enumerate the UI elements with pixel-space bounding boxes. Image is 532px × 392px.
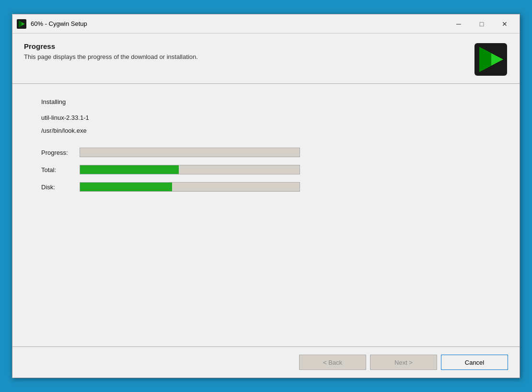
header-text: Progress This page displays the progress… [24,42,474,60]
content-area: Progress This page displays the progress… [12,34,520,378]
progress-bar-container [80,148,300,157]
footer-section: < Back Next > Cancel [12,346,520,378]
app-icon [16,19,27,29]
total-bar-fill [80,165,179,174]
close-button[interactable]: ✕ [494,17,516,31]
cancel-button[interactable]: Cancel [441,355,508,370]
next-button[interactable]: Next > [370,355,437,370]
total-row: Total: [41,165,491,174]
disk-row: Disk: [41,182,491,192]
file-path: /usr/bin/look.exe [41,127,491,134]
disk-bar-container [80,182,300,192]
package-name: util-linux-2.33.1-1 [41,114,491,121]
back-button[interactable]: < Back [299,355,366,370]
header-section: Progress This page displays the progress… [12,34,520,84]
total-bar-container [80,165,300,174]
progress-label: Progress: [41,149,80,156]
disk-label: Disk: [41,184,80,191]
main-window: 60% - Cygwin Setup ─ □ ✕ Progress This p… [12,14,520,378]
cygwin-logo [474,42,508,77]
progress-row: Progress: [41,148,491,157]
installing-label: Installing [41,98,491,105]
title-bar: 60% - Cygwin Setup ─ □ ✕ [12,14,520,34]
minimize-button[interactable]: ─ [448,17,470,31]
main-content: Installing util-linux-2.33.1-1 /usr/bin/… [12,84,520,346]
page-title: Progress [24,42,474,50]
maximize-button[interactable]: □ [471,17,493,31]
total-label: Total: [41,166,80,173]
window-controls: ─ □ ✕ [448,17,516,31]
window-title: 60% - Cygwin Setup [31,20,448,27]
disk-bar-fill [80,183,172,191]
page-subtitle: This page displays the progress of the d… [24,53,474,60]
